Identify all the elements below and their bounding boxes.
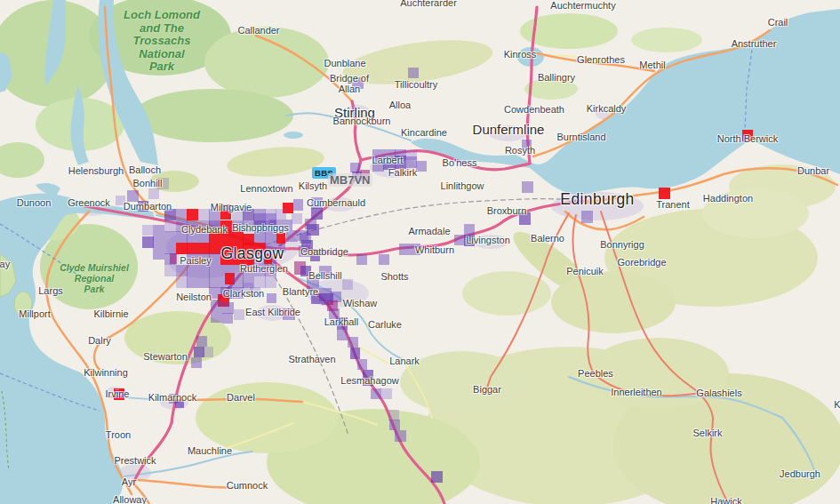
basemap — [0, 0, 840, 504]
map-viewport[interactable]: GlasgowEdinburghStirlingDunfermlineCalla… — [0, 0, 840, 504]
station-callsign-label[interactable]: MB7VN — [328, 173, 372, 187]
